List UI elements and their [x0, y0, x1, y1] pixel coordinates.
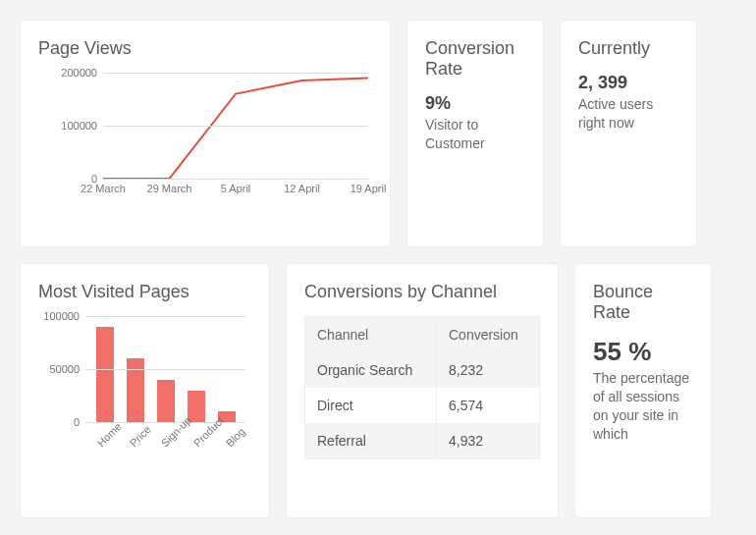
bar-chart-y-tick: 100000	[43, 310, 85, 322]
bar-chart-bar	[127, 358, 144, 422]
currently-card: Currently 2, 399 Active users right now	[560, 20, 697, 247]
bar-chart-x-tick: Price	[128, 428, 148, 449]
bar-chart-bar	[157, 380, 175, 422]
bar-chart-x-tick: Sign-up	[159, 428, 180, 449]
table-cell-channel: Direct	[305, 388, 437, 423]
conversion-rate-card: Conversion Rate 9% Visitor to Customer	[406, 20, 544, 247]
bar-chart-x-labels: HomePriceSign-upProductBlog	[85, 426, 245, 438]
line-chart-y-tick: 100000	[61, 120, 103, 132]
table-cell-channel: Referral	[305, 423, 437, 459]
line-chart-plot: 0100000200000	[103, 73, 368, 179]
currently-title: Currently	[578, 38, 678, 59]
table-cell-conversion: 8,232	[436, 352, 539, 388]
line-chart-x-tick: 12 April	[284, 183, 320, 194]
table-header-channel: Channel	[305, 317, 437, 353]
currently-desc: Active users right now	[578, 95, 678, 133]
bar-chart-x-tick: Blog	[223, 428, 243, 449]
conversion-rate-value: 9%	[425, 93, 525, 114]
conversions-channel-table: Channel Conversion Organic Search8,232Di…	[304, 316, 540, 459]
bar-chart-gridline	[85, 316, 245, 317]
line-chart-gridline	[103, 126, 368, 127]
bounce-rate-card: Bounce Rate 55 % The percentage of all s…	[574, 263, 712, 518]
table-row: Organic Search8,232	[305, 352, 540, 388]
line-chart-x-labels: 22 March29 March5 April12 April19 April	[103, 183, 368, 200]
conversion-rate-desc: Visitor to Customer	[425, 116, 525, 153]
bar-chart-plot: 050000100000	[85, 316, 245, 422]
line-chart-line	[103, 78, 368, 179]
most-visited-card: Most Visited Pages 050000100000 HomePric…	[20, 263, 270, 518]
conversions-channel-title: Conversions by Channel	[304, 282, 540, 302]
bar-chart-x-tick: Home	[95, 428, 116, 449]
table-header-conversion: Conversion	[436, 317, 539, 353]
bar-chart-bar	[188, 391, 205, 422]
table-cell-conversion: 6,574	[436, 388, 539, 423]
most-visited-title: Most Visited Pages	[38, 282, 251, 302]
table-header-row: Channel Conversion	[305, 317, 540, 353]
line-chart-gridline	[103, 73, 368, 74]
conversion-rate-title: Conversion Rate	[425, 38, 525, 80]
page-views-chart: 0100000200000 22 March29 March5 April12 …	[50, 73, 372, 205]
conversions-channel-card: Conversions by Channel Channel Conversio…	[286, 263, 559, 518]
bounce-rate-title: Bounce Rate	[593, 282, 693, 323]
line-chart-x-tick: 29 March	[147, 183, 192, 194]
line-chart-y-tick: 200000	[61, 67, 103, 79]
table-cell-conversion: 4,932	[436, 423, 539, 459]
line-chart-x-tick: 22 March	[81, 183, 126, 194]
table-body: Organic Search8,232Direct6,574Referral4,…	[305, 352, 540, 459]
line-chart-gridline	[103, 179, 368, 180]
page-views-card: Page Views 0100000200000 22 March29 Marc…	[20, 20, 391, 247]
bar-chart-y-tick: 50000	[49, 363, 85, 375]
bar-chart-gridline	[85, 369, 245, 370]
table-row: Direct6,574	[305, 388, 540, 423]
table-row: Referral4,932	[305, 423, 540, 459]
bar-chart-x-tick: Product	[191, 428, 212, 449]
row-1: Page Views 0100000200000 22 March29 Marc…	[20, 20, 736, 247]
bar-chart-bar	[96, 327, 114, 422]
bounce-rate-desc: The percentage of all sessions on your s…	[593, 369, 693, 444]
line-chart-x-tick: 19 April	[351, 183, 387, 194]
line-chart-x-tick: 5 April	[221, 183, 251, 194]
bar-chart-y-tick: 0	[74, 416, 85, 428]
bounce-rate-value: 55 %	[593, 337, 693, 367]
row-2: Most Visited Pages 050000100000 HomePric…	[20, 263, 736, 518]
page-views-title: Page Views	[38, 38, 372, 59]
dashboard-page: Page Views 0100000200000 22 March29 Marc…	[0, 0, 756, 535]
table-cell-channel: Organic Search	[305, 352, 437, 388]
most-visited-chart: 050000100000 HomePriceSign-upProductBlog	[38, 316, 251, 483]
currently-value: 2, 399	[578, 73, 678, 93]
